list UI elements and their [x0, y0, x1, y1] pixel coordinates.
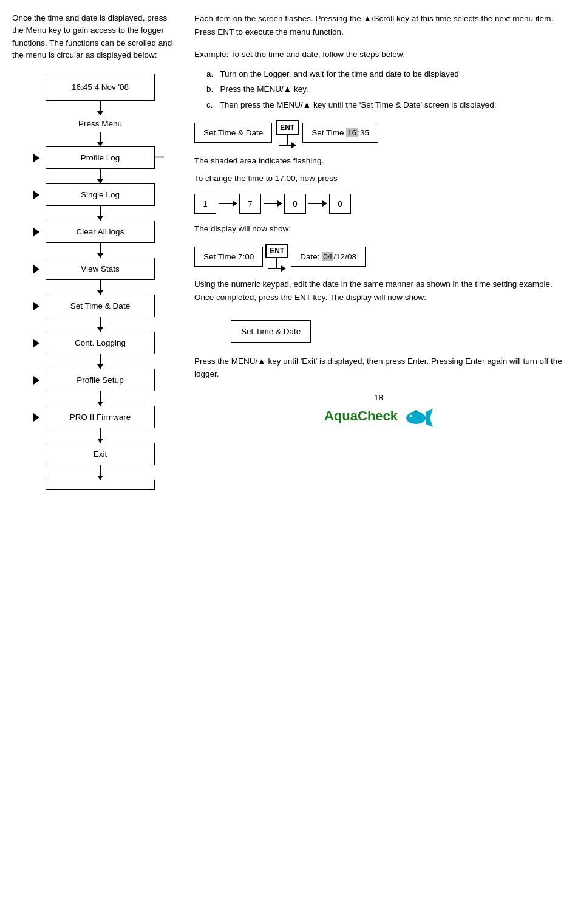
svg-marker-3 — [426, 409, 433, 427]
body-text: Using the numeric keypad, edit the date … — [194, 278, 563, 304]
flow-box-pro-ii-firmware: PRO II Firmware — [46, 406, 155, 428]
diag3-set-time-box: Set Time 7:00 — [194, 247, 263, 267]
flow-box-set-time-date: Set Time & Date — [46, 295, 155, 317]
intro-text: Once the time and date is displayed, pre… — [12, 12, 176, 61]
diagram1: Set Time & DateENTSet Time 16:35 — [194, 120, 563, 146]
svg-point-2 — [406, 412, 426, 424]
flow-box-single-log: Single Log — [46, 183, 155, 206]
svg-point-4 — [410, 415, 412, 417]
list-item-a: a. Turn on the Logger. and wait for the … — [206, 67, 563, 81]
vert-line-1 — [287, 135, 288, 145]
arrow-line-h-3 — [268, 268, 285, 269]
final-text: Press the MENU/▲ key until 'Exit' is dis… — [194, 355, 563, 381]
shaded-16: 16 — [346, 128, 358, 137]
list-item-c: c. Then press the MENU/▲ key until the '… — [206, 98, 563, 112]
logo-check: Check — [358, 408, 398, 423]
ent-above-3: ENT — [265, 244, 288, 269]
diagram2: 1 7 0 0 — [194, 194, 563, 214]
diagram3: Set Time 7:00ENTDate: 04/12/08 — [194, 244, 563, 269]
diag2-num-2: 7 — [239, 194, 261, 214]
diag2-num-4: 0 — [329, 194, 351, 214]
arrow-line-h-1 — [279, 145, 296, 146]
flow-box-profile-log: Profile Log — [46, 146, 155, 169]
logo-aqua: Aqua — [324, 408, 358, 423]
h-arrow-3 — [268, 268, 285, 269]
list-item-b: b. Press the MENU/▲ key. — [206, 83, 563, 96]
logo-area: AquaCheck — [194, 407, 563, 429]
example-heading: Example: To set the time and date, follo… — [194, 48, 563, 61]
diag3-date-box: Date: 04/12/08 — [291, 247, 366, 267]
flow-box-profile-setup: Profile Setup — [46, 369, 155, 391]
diag1-set-time-date: Set Time & Date — [194, 123, 272, 143]
flow-box-clear-all-logs: Clear All logs — [46, 221, 155, 243]
display-note: The display will now show: — [194, 222, 563, 236]
diag1-set-time: Set Time 16:35 — [302, 123, 378, 143]
flow-box-view-stats: View Stats — [46, 258, 155, 280]
diag2-num-1: 1 — [194, 194, 216, 214]
h-arrow-1 — [279, 145, 296, 146]
logo-fish-icon — [403, 407, 433, 429]
section1-text: Each item on the screen flashes. Pressin… — [194, 12, 563, 38]
change-note: To change the time to 17:00, now press — [194, 172, 563, 185]
page-number: 18 — [194, 393, 563, 402]
ent-label-3: ENT — [265, 244, 288, 258]
diag4-box: Set Time & Date — [231, 320, 311, 343]
flow-box-exit: Exit — [46, 443, 155, 465]
ent-above-1: ENT — [276, 120, 299, 146]
diag2-num-3: 0 — [284, 194, 306, 214]
flow-box-cont-logging: Cont. Logging — [46, 332, 155, 354]
shaded-04: 04 — [322, 252, 333, 261]
vert-line-3 — [276, 258, 277, 268]
shaded-note: The shaded area indicates flashing. — [194, 154, 563, 168]
ent-label-1: ENT — [276, 120, 299, 135]
press-menu-label: Press Menu — [78, 119, 122, 128]
start-box: 16:45 4 Nov '08 — [46, 74, 155, 101]
